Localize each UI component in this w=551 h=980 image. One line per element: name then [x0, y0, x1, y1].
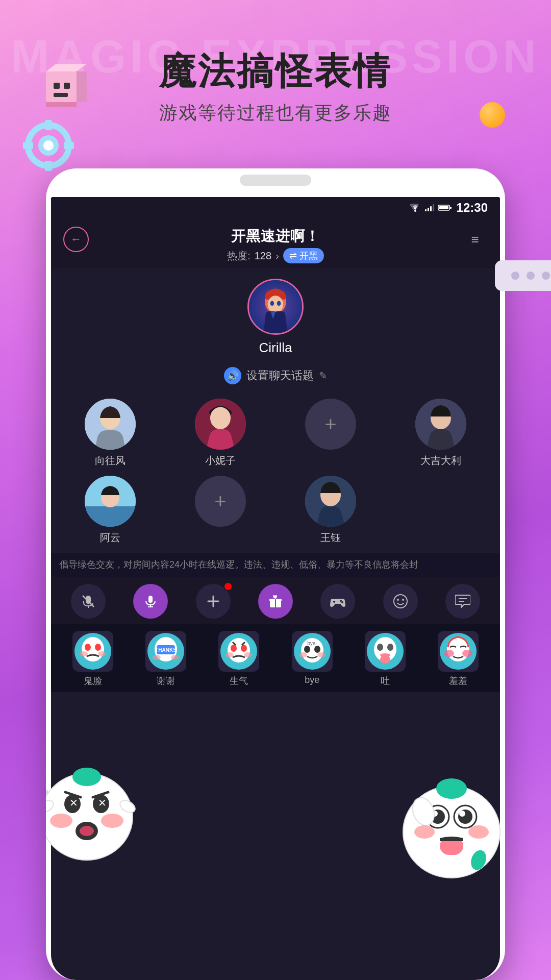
- battery-icon: [438, 204, 452, 211]
- member-slot-1[interactable]: 向往风: [59, 399, 161, 468]
- plus-button[interactable]: [196, 584, 231, 619]
- emoji-label-4: bye: [305, 675, 319, 685]
- svg-point-87: [377, 644, 383, 651]
- plus-icon: [206, 594, 220, 608]
- svg-point-128: [542, 272, 550, 280]
- member-avatar-1: [85, 399, 136, 450]
- topic-text: 设置聊天话题: [246, 368, 314, 383]
- member-slot-3[interactable]: 大吉大利: [390, 399, 492, 468]
- svg-point-92: [444, 650, 454, 657]
- topic-edit-icon[interactable]: ✎: [319, 370, 328, 382]
- settings-button[interactable]: ≡: [462, 227, 488, 252]
- sub-title: 游戏等待过程也有更多乐趣: [0, 101, 551, 126]
- topic-icon: 🔊: [224, 367, 241, 384]
- heat-number: 128: [255, 250, 271, 262]
- open-black-badge[interactable]: ⇌ 开黑: [283, 248, 324, 263]
- chat-button[interactable]: [445, 584, 480, 619]
- back-icon: ←: [70, 233, 82, 246]
- emoji-thumb-1: [72, 631, 113, 672]
- member-slot-2[interactable]: 小妮子: [169, 399, 271, 468]
- member-name-3: 大吉大利: [420, 454, 461, 468]
- svg-point-74: [231, 645, 237, 652]
- svg-rect-35: [85, 506, 136, 527]
- bottom-toolbar: [51, 577, 500, 624]
- svg-rect-16: [428, 208, 429, 211]
- member-avatar-4: [85, 476, 136, 527]
- svg-point-71: [171, 655, 179, 660]
- emoji-item-4[interactable]: bye- bye: [287, 631, 338, 685]
- svg-point-82: [314, 646, 320, 653]
- svg-point-55: [397, 599, 399, 601]
- member-name-4: 阿云: [100, 531, 120, 545]
- svg-rect-11: [45, 161, 52, 171]
- host-avatar[interactable]: [247, 279, 304, 335]
- member-name-5: 王钰: [320, 531, 341, 545]
- member-name-2: 小妮子: [205, 454, 236, 468]
- chat-icon: [455, 594, 470, 608]
- speaker-icon: 🔊: [227, 370, 238, 381]
- svg-text:bye-: bye-: [307, 641, 317, 646]
- gift-button[interactable]: [258, 584, 293, 619]
- member-slot-5[interactable]: 王钰: [280, 476, 382, 545]
- mute-button[interactable]: [71, 584, 106, 619]
- empty-slot: [415, 476, 466, 527]
- svg-point-118: [459, 811, 465, 817]
- svg-rect-42: [148, 596, 153, 603]
- room-heat: 热度: 128 › ⇌ 开黑: [89, 248, 462, 263]
- emoji-label-3: 生气: [230, 675, 248, 687]
- status-bar: 12:30: [51, 197, 500, 218]
- member-slot-4[interactable]: 阿云: [59, 476, 161, 545]
- emoji-thumb-5: [365, 631, 406, 672]
- svg-point-26: [277, 301, 281, 306]
- member-slot-add-2[interactable]: +: [169, 476, 271, 545]
- svg-point-61: [82, 637, 104, 662]
- svg-point-121: [414, 825, 435, 839]
- emoji-button[interactable]: [383, 584, 418, 619]
- app-header: ← 开黑速进啊！ 热度: 128 › ⇌ 开黑 ≡: [51, 218, 500, 268]
- emoji-item-1[interactable]: 鬼脸: [67, 631, 118, 687]
- signal-icon: [425, 204, 434, 211]
- svg-rect-13: [64, 142, 74, 149]
- members-grid: 向往风 小妮子 +: [51, 390, 500, 553]
- svg-point-104: [80, 826, 94, 836]
- back-button[interactable]: ←: [63, 227, 89, 252]
- device-connector: [490, 245, 551, 306]
- member-add-btn-2[interactable]: +: [195, 476, 246, 527]
- svg-point-14: [414, 210, 416, 212]
- sticker-right: [393, 766, 505, 888]
- emoji-thumb-6: [438, 631, 479, 672]
- svg-point-127: [527, 272, 535, 280]
- emoji-tray: 鬼脸 THANKS 谢谢: [51, 624, 500, 692]
- gift-icon: [268, 594, 283, 609]
- mic-icon: [143, 594, 158, 609]
- svg-point-105: [50, 814, 72, 828]
- emoji-item-2[interactable]: THANKS 谢谢: [140, 631, 191, 687]
- mute-icon: [81, 594, 96, 609]
- mic-button[interactable]: [133, 584, 168, 619]
- svg-point-54: [394, 595, 407, 608]
- room-title: 开黑速进啊！: [89, 227, 462, 246]
- emoji-label-1: 鬼脸: [84, 675, 102, 687]
- svg-point-9: [43, 140, 54, 151]
- emoji-item-3[interactable]: 生气: [213, 631, 264, 687]
- svg-point-76: [226, 652, 234, 657]
- emoji-item-5[interactable]: 吐: [360, 631, 411, 687]
- phone-frame: 12:30 ← 开黑速进啊！ 热度: 128 › ⇌ 开黑 ≡: [46, 168, 505, 980]
- host-avatar-inner: [249, 280, 302, 333]
- svg-point-83: [299, 652, 307, 657]
- topic-bar[interactable]: 🔊 设置聊天话题 ✎: [51, 361, 500, 390]
- svg-point-73: [228, 638, 250, 663]
- controller-icon: [330, 595, 345, 608]
- emoji-label-6: 羞羞: [449, 675, 467, 687]
- svg-point-52: [340, 600, 342, 602]
- settings-icon: ≡: [471, 232, 479, 248]
- notice-text: 倡导绿色交友，对房间内容24小时在线巡逻。违法、违规、低俗、暴力等不良信息将会封: [59, 559, 418, 570]
- svg-point-88: [387, 644, 393, 651]
- member-add-btn-1[interactable]: +: [305, 399, 356, 450]
- emoji-item-6[interactable]: 羞羞: [433, 631, 484, 687]
- member-slot-add-1[interactable]: +: [280, 399, 382, 468]
- emoji-label-5: 吐: [381, 675, 390, 687]
- svg-point-64: [80, 651, 88, 656]
- game-button[interactable]: [320, 584, 355, 619]
- sticker-left: ✕ ✕: [46, 755, 143, 868]
